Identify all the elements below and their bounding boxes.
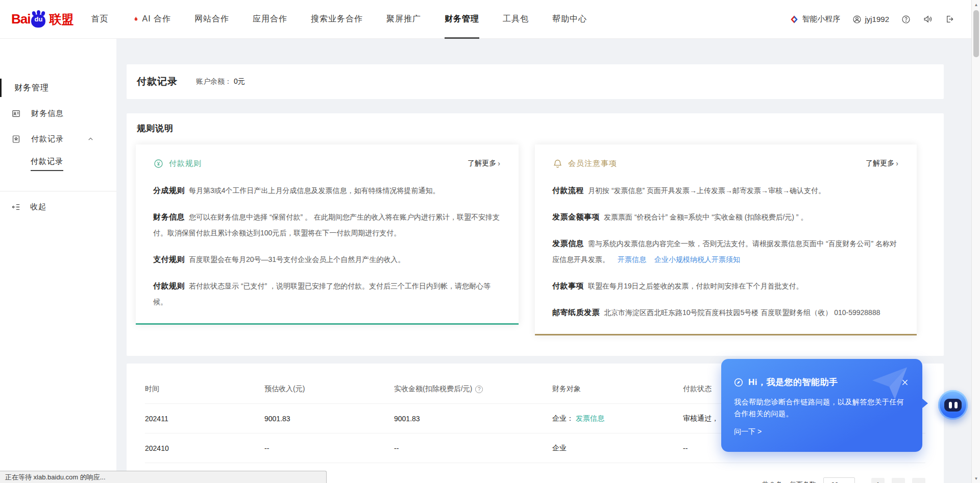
scroll-up-arrow[interactable]: ▲ — [972, 1, 980, 9]
payment-rules-more-link[interactable]: 了解更多› — [468, 159, 500, 168]
close-icon[interactable] — [901, 378, 909, 387]
chevron-right-icon: › — [896, 159, 898, 167]
payment-records-icon — [11, 134, 21, 144]
rule-desc: 北京市海淀区西北旺东路10号院百度科技园5号楼 百度联盟财务组（收） 010-5… — [604, 308, 880, 317]
announcement-button[interactable] — [923, 14, 933, 24]
browser-status-bar: 正在等待 xlab.baidu.com 的响应... — [0, 471, 327, 483]
rule-desc: 发票票面 “价税合计” 金额=系统中 “实收金额 (扣除税费后/元) ” 。 — [604, 213, 807, 221]
scrollbar-thumb[interactable] — [973, 10, 979, 57]
more-label: 了解更多 — [468, 159, 496, 168]
help-button[interactable] — [901, 15, 911, 24]
status-text: 正在等待 xlab.baidu.com 的响应... — [5, 473, 106, 482]
rule-paragraph: 付款事项联盟在每月19日之后签收的发票，付款时间安排在下个月首批支付。 — [552, 278, 898, 294]
baidu-union-logo[interactable]: Bai du 联盟 — [11, 11, 74, 28]
col-header-time: 时间 — [145, 384, 264, 394]
nav-item-home[interactable]: 首页 — [91, 0, 108, 39]
sidebar-divider — [0, 191, 116, 191]
smart-miniapp-link[interactable]: 智能小程序 — [790, 14, 840, 24]
rule-term: 发票信息 — [552, 239, 584, 248]
assistant-robot-avatar[interactable] — [938, 390, 968, 420]
sidebar-subitem-payment-records[interactable]: 付款记录 — [0, 155, 116, 173]
rule-desc: 月初按 “发票信息” 页面开具发票→上传发票→邮寄发票→审核→确认支付。 — [588, 186, 825, 195]
invoice-info-table-link[interactable]: 发票信息 — [576, 414, 604, 422]
sidebar-collapse-button[interactable]: 收起 — [0, 198, 116, 216]
rule-desc: 百度联盟会在每月20号—31号支付企业会员上个自然月产生的收入。 — [189, 255, 405, 263]
payment-rule-coin-icon — [153, 158, 164, 169]
cell-received: 9001.83 — [394, 415, 552, 423]
col-header-estimated-income: 预估收入(元) — [264, 384, 394, 394]
assistant-header: Hi，我是您的智能助手 — [733, 376, 909, 388]
rule-paragraph: 邮寄纸质发票北京市海淀区西北旺东路10号院百度科技园5号楼 百度联盟财务组（收）… — [552, 304, 898, 321]
sidebar-subitem-label: 付款记录 — [31, 157, 63, 171]
cell-estimated: -- — [264, 444, 394, 452]
sidebar: 财务管理 财务信息 付款记录 付款记录 收 — [0, 39, 116, 483]
help-icon — [901, 15, 911, 24]
rule-term: 付款事项 — [552, 281, 584, 290]
nav-label: 帮助中心 — [552, 14, 587, 25]
more-label: 了解更多 — [866, 159, 894, 168]
popup-pointer-arrow — [922, 398, 928, 408]
nav-item-finance[interactable]: 财务管理 — [445, 0, 479, 39]
smart-assistant-popup: Hi，我是您的智能助手 我会帮助您诊断合作链路问题，以及解答您关于任何合作相关的… — [721, 359, 922, 452]
ask-assistant-link[interactable]: 问一下 > — [734, 427, 762, 437]
sidebar-item-payment-records[interactable]: 付款记录 — [0, 130, 116, 148]
main-nav: 首页 AI 合作 网站合作 应用合作 搜索业务合作 聚屏推广 财务管理 工具包 … — [91, 0, 587, 39]
logout-icon — [945, 14, 954, 24]
nav-item-ai[interactable]: AI 合作 — [132, 0, 171, 39]
logout-button[interactable] — [945, 14, 954, 24]
next-page-button[interactable] — [912, 478, 925, 483]
collapse-sidebar-icon — [11, 202, 21, 212]
entity-label: 企业： — [552, 414, 574, 422]
small-taxpayer-notice-link[interactable]: 企业小规模纳税人开票须知 — [654, 255, 740, 263]
per-page-label: 每页条数 — [790, 480, 816, 483]
nav-item-toolkit[interactable]: 工具包 — [503, 0, 529, 39]
payment-rules-title: 付款规则 — [169, 159, 202, 168]
help-tooltip-icon[interactable]: ? — [475, 385, 483, 393]
chevron-up-icon[interactable] — [87, 136, 94, 142]
nav-item-website[interactable]: 网站合作 — [194, 0, 229, 39]
nav-label: 搜索业务合作 — [311, 14, 363, 25]
user-icon — [852, 15, 862, 24]
flame-icon — [132, 15, 139, 23]
baidu-paw-icon: du — [31, 11, 47, 28]
rule-paragraph: 财务信息您可以在财务信息中选择 “保留付款” 。 在此期间您产生的收入将在账户内… — [153, 209, 500, 241]
cell-estimated: 9001.83 — [264, 415, 394, 423]
nav-item-search-biz[interactable]: 搜索业务合作 — [311, 0, 363, 39]
cell-time: 202411 — [145, 415, 264, 423]
nav-item-juping[interactable]: 聚屏推广 — [386, 0, 421, 39]
member-notes-header: 会员注意事项 了解更多› — [552, 156, 898, 171]
rules-section-card: 规则说明 付款规则 了解更多› 分成规则每月第3或4个工作日产出上月分成信息及发… — [127, 113, 944, 356]
rule-paragraph: 发票金额事项发票票面 “价税合计” 金额=系统中 “实收金额 (扣除税费后/元)… — [552, 209, 898, 225]
payment-rules-card: 付款规则 了解更多› 分成规则每月第3或4个工作日产出上月分成信息及发票信息，如… — [136, 144, 519, 325]
page-size-select[interactable]: 30 — [823, 477, 855, 483]
nav-label: 财务管理 — [445, 14, 479, 25]
scroll-down-arrow[interactable]: ▼ — [972, 474, 980, 482]
user-account[interactable]: jyj1992 — [852, 15, 889, 24]
balance-value: 0元 — [234, 77, 245, 85]
balance-label: 账户余额： — [196, 77, 232, 85]
cell-received: -- — [394, 444, 552, 452]
rule-term: 支付规则 — [153, 255, 185, 263]
invoice-info-link[interactable]: 开票信息 — [618, 255, 646, 263]
baidu-union-console: Bai du 联盟 首页 AI 合作 网站合作 应用合作 搜索业务合作 聚屏推广… — [0, 0, 980, 483]
chevron-right-icon: › — [498, 159, 500, 167]
nav-item-app[interactable]: 应用合作 — [253, 0, 287, 39]
member-notes-more-link[interactable]: 了解更多› — [866, 159, 898, 168]
rule-term: 邮寄纸质发票 — [552, 308, 600, 317]
cell-time: 202410 — [145, 444, 264, 452]
sidebar-section-title: 财务管理 — [14, 83, 49, 93]
page-number-button[interactable]: 1 — [871, 478, 885, 483]
sidebar-item-finance-info[interactable]: 财务信息 — [0, 104, 116, 123]
assistant-message: 我会帮助您诊断合作链路问题，以及解答您关于任何合作相关的问题。 — [734, 396, 909, 420]
active-section-indicator — [0, 79, 2, 97]
rule-boxes: 付款规则 了解更多› 分成规则每月第3或4个工作日产出上月分成信息及发票信息，如… — [136, 144, 944, 335]
nav-label: 聚屏推广 — [386, 14, 421, 25]
rule-term: 付款规则 — [153, 281, 185, 290]
nav-label: AI 合作 — [142, 14, 171, 25]
total-count: 共 2 条 — [762, 480, 782, 483]
vertical-scrollbar[interactable]: ▲ ▼ — [971, 0, 980, 483]
robot-eye — [949, 402, 952, 408]
col-header-finance-entity: 财务对象 — [552, 384, 683, 394]
nav-item-help-center[interactable]: 帮助中心 — [552, 0, 587, 39]
prev-page-button[interactable] — [892, 478, 905, 483]
